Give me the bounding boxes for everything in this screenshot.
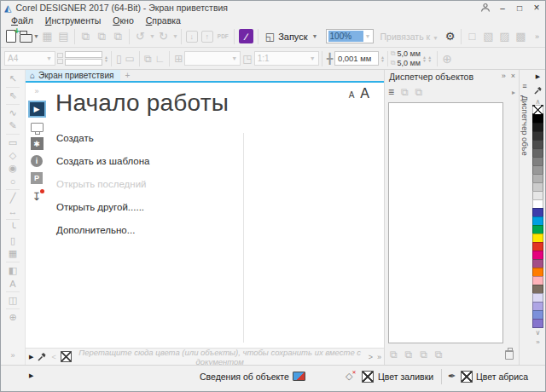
eyedropper-icon[interactable] [534,83,543,98]
menu-item-1[interactable]: Инструменты [39,15,107,26]
maximize-button[interactable]: □ [511,2,528,14]
palette-expand-button[interactable]: » [536,338,539,346]
view-wireframe-icon[interactable]: ▧ [480,28,497,45]
minimize-button[interactable]: – [494,2,511,14]
polygon-tool[interactable]: ◇ [3,149,22,162]
paste-special-icon[interactable]: ⧉ [78,28,94,45]
palette-expand-button[interactable]: » [377,353,381,361]
font-larger-button[interactable]: A [360,86,369,101]
new-master-layer-odd-icon[interactable]: ⧉ [420,349,427,360]
eraser-tool[interactable]: ▯ [3,234,22,247]
object-manager-tab-icon[interactable]: ≡ [522,82,526,90]
outline-color-swatch[interactable] [461,371,473,383]
3d-tool[interactable]: ◫ [3,294,22,307]
undo-icon[interactable]: ↺ [132,28,148,45]
zoom-level-combo[interactable]: 100%▼ [326,29,374,43]
palette-scroll-down[interactable]: ∨ [536,330,541,337]
sign-in-icon[interactable] [477,2,494,14]
menu-item-2[interactable]: Окно [107,15,139,26]
close-button[interactable]: × [528,2,545,14]
units-icon[interactable]: ∟ [154,53,165,65]
dimension-tool[interactable]: ↔ [3,205,22,217]
options-gear-icon[interactable]: ⚙ [442,28,458,45]
swatch-violet[interactable] [532,319,543,328]
welcome-tab-membership[interactable]: P [31,172,43,184]
zoom-tool[interactable]: ⊕ [3,311,22,324]
app-launcher-icon[interactable]: ∕ [239,29,253,43]
table-tool[interactable]: ▦ [3,247,22,260]
new-master-layer-all-icon[interactable]: ⧉ [405,349,413,360]
paste-icon[interactable]: ⧉ [110,28,126,45]
palette-flyout-icon[interactable]: ▶ [536,73,540,80]
launch-button[interactable]: ◱Запуск▼ [261,28,322,45]
info-icon[interactable]: i [31,155,43,167]
docker-close-button[interactable]: × [511,72,515,80]
palette-prev-button[interactable]: < [51,353,55,361]
docker-collapse-button[interactable]: » [502,72,506,80]
view-draft-icon[interactable]: ▨ [497,28,513,45]
no-color-swatch[interactable] [61,351,72,362]
menu-item-0[interactable]: Файл [5,15,39,26]
welcome-tab-get-started[interactable]: ▶ [28,101,46,118]
page-width-field[interactable] [65,51,102,58]
chevron-down-icon[interactable]: ▼ [33,33,39,39]
welcome-tab-whats-new[interactable]: ✱ [31,137,44,150]
shapes-tool[interactable]: ◧ [3,264,22,277]
welcome-link-0[interactable]: Создать [56,133,149,156]
menu-item-3[interactable]: Справка [140,15,187,26]
new-tab-button[interactable]: + [120,70,134,81]
welcome-collapse-chevron[interactable]: » [29,87,44,95]
portrait-icon[interactable]: ▯ [116,53,122,65]
snap-to-dropdown[interactable]: Привязать к ▼ [377,32,443,42]
welcome-link-4[interactable]: Дополнительно... [56,225,149,248]
connector-tool[interactable]: ╰ [3,222,22,234]
color-proof-icon[interactable] [293,372,305,381]
updates-icon[interactable]: ↧ [29,189,44,204]
pick-tool[interactable]: ↖ [3,72,22,85]
toolbar-overflow-chevron[interactable]: » [535,32,539,41]
nudge-spinner[interactable]: ▲▼ [380,55,385,62]
copy-properties-icon[interactable]: ⧉ [94,28,110,45]
treat-as-filled-icon[interactable]: ⊕ [442,52,452,66]
save-icon[interactable]: ▦ [39,28,55,45]
export-icon[interactable]: ↑ [201,31,213,43]
fill-color-swatch[interactable] [362,371,374,383]
palette-next-button[interactable]: > [369,353,373,361]
open-icon[interactable] [20,34,32,43]
monitor-icon[interactable] [31,123,44,132]
rectangle-tool[interactable]: ▭ [3,136,22,149]
chevron-down-icon[interactable]: ▼ [172,33,178,39]
landscape-icon[interactable]: ▭ [125,53,135,65]
duplicate-y-value[interactable]: 5,0 мм [398,59,421,67]
publish-pdf-icon[interactable]: PDF [215,28,231,45]
duplicate-spinner[interactable]: ▲ ▲▼ ▼ [422,55,432,62]
delete-layer-icon[interactable] [505,350,514,360]
new-layer-icon[interactable]: ⧉ [390,349,398,360]
new-master-layer-even-icon[interactable]: ⧉ [435,349,443,360]
import-icon[interactable]: ↓ [186,31,198,43]
shape-tool[interactable]: ⇖ [3,89,22,102]
eyedropper-icon[interactable] [38,349,47,365]
pen-tool[interactable]: ✎ [3,119,22,132]
page-height-field[interactable] [65,59,102,66]
welcome-link-1[interactable]: Создать из шаблона [56,156,149,179]
nudge-field[interactable]: 0,001 мм [334,51,379,66]
frame-icon[interactable]: □ [464,28,480,45]
line-tool[interactable]: ╱ [3,192,22,205]
duplicate-x-value[interactable]: 5,0 мм [398,49,421,58]
page-size-spinner[interactable]: ▲▼ [104,55,108,62]
print-icon[interactable]: ▤ [55,28,72,45]
object-manager-tab-label[interactable]: Диспетчер объе [520,95,530,156]
scale-combo[interactable]: 1:1 ▼ [254,51,319,66]
curve-tool[interactable]: ∿ [3,107,22,119]
edit-across-layers-icon[interactable]: ⧉ [401,86,409,98]
toolbox-expand-chevron[interactable]: » [10,351,15,360]
font-smaller-button[interactable]: A [349,90,355,100]
new-document-icon[interactable] [6,30,16,43]
statusbar-flyout-icon[interactable]: ▶ [29,372,33,379]
layer-list-icon[interactable]: ≡ [388,86,394,98]
layer-manager-view-icon[interactable]: ⧉ [415,86,423,98]
circle-tool[interactable]: ◉ [3,162,22,175]
all-pages-icon[interactable]: ⧉ [144,53,152,65]
welcome-link-3[interactable]: Открыть другой...... [56,202,149,225]
